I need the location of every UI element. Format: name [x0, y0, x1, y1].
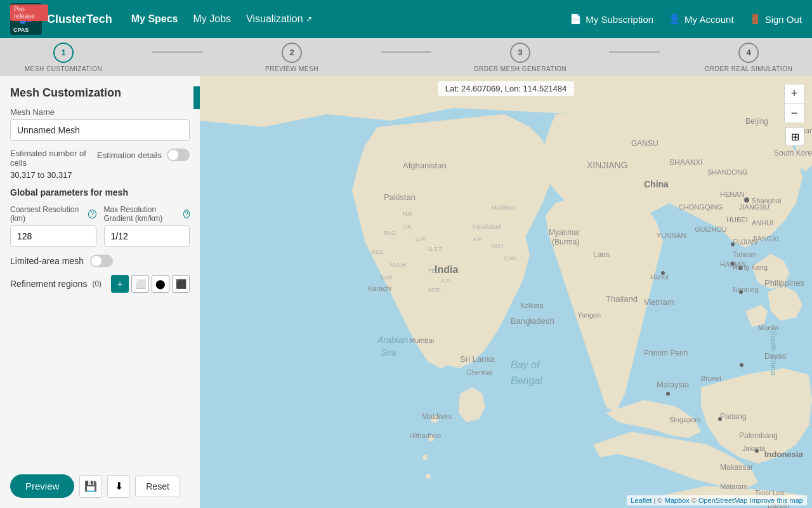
mapbox-link[interactable]: Mapbox [665, 497, 690, 504]
step-3: 3 ORDER MESH GENERATION [431, 43, 609, 72]
step-2: 2 PREVIEW MESH [203, 43, 381, 72]
reset-button[interactable]: Reset [135, 476, 180, 497]
svg-text:A.P.: A.P. [441, 277, 451, 284]
download-icon-button[interactable]: ⬇ [107, 475, 130, 498]
estimation-right: Estimation details [97, 149, 190, 161]
svg-point-60 [661, 271, 665, 275]
svg-text:Mashhad: Mashhad [492, 204, 515, 211]
limited-area-toggle[interactable] [90, 255, 113, 267]
save-icon-button[interactable]: 💾 [79, 475, 102, 498]
refinement-rect-button[interactable]: ⬜ [131, 275, 149, 293]
mesh-name-label: Mesh Name [10, 107, 190, 117]
step-circle-4: 4 [738, 43, 759, 63]
leaflet-link[interactable]: Leaflet [631, 497, 652, 504]
svg-text:J.K.: J.K. [403, 224, 413, 230]
logo-text: ClusterTech [47, 13, 112, 26]
openstreetmap-link[interactable]: OpenStreetMap [698, 497, 748, 504]
svg-text:KAR.: KAR. [381, 274, 394, 281]
map-layers-button[interactable]: ⊞ [785, 127, 804, 146]
my-account-link[interactable]: 👤 My Account [669, 13, 734, 25]
svg-text:Phnom Penh: Phnom Penh [644, 349, 688, 358]
svg-text:Manila: Manila [758, 324, 779, 331]
sign-out-link[interactable]: 🚪 Sign Out [749, 13, 802, 25]
svg-text:Shanghai: Shanghai [752, 197, 782, 204]
svg-text:Palembang: Palembang [739, 431, 778, 440]
my-subscription-link[interactable]: 📄 My Subscription [570, 13, 653, 25]
nav-visualization[interactable]: Visualization ↗ [246, 13, 312, 25]
refinement-hexagon-button[interactable]: ⬛ [172, 275, 190, 293]
nav-my-specs[interactable]: My Specs [131, 13, 178, 25]
mesh-name-input[interactable] [10, 119, 190, 141]
step-circle-1: 1 [53, 43, 74, 63]
sidebar-toggle-button[interactable]: ‹ [193, 86, 200, 109]
svg-text:Myanmar: Myanmar [549, 228, 580, 237]
svg-text:Hong Kong: Hong Kong [733, 264, 768, 271]
refinement-circle-button[interactable]: ⬤ [152, 275, 169, 293]
svg-text:Afghanistan: Afghanistan [403, 161, 447, 170]
coarsest-help-icon[interactable]: ? [88, 210, 96, 218]
mesh-name-group: Mesh Name [10, 107, 190, 141]
svg-text:OD.I.: OD.I. [492, 243, 505, 249]
svg-text:Hanoi: Hanoi [650, 273, 669, 281]
coarsest-input[interactable] [10, 225, 96, 247]
step-circle-3: 3 [510, 43, 530, 63]
step-label-4: ORDER REAL SIMULATION [705, 65, 792, 72]
svg-text:South China: South China [769, 330, 778, 376]
improve-map-link[interactable]: Improve this map [750, 497, 803, 504]
sidebar: ‹ Mesh Customization Mesh Name Estimated… [0, 76, 200, 508]
svg-text:Makassar: Makassar [720, 463, 753, 472]
svg-text:Singapore: Singapore [669, 416, 701, 424]
zoom-in-button[interactable]: + [785, 84, 804, 104]
map-area[interactable]: Lat: 24.607069, Lon: 114.521484 + − ⊞ [200, 76, 812, 508]
max-res-help-icon[interactable]: ? [183, 210, 190, 218]
nav-my-jobs[interactable]: My Jobs [193, 13, 232, 25]
svg-text:TEL.: TEL. [428, 268, 440, 274]
svg-text:HUBEI: HUBEI [726, 216, 748, 224]
download-icon: ⬇ [115, 480, 123, 492]
svg-point-69 [718, 417, 722, 421]
step-4: 4 ORDER REAL SIMULATION [660, 43, 812, 72]
svg-text:U.P.: U.P. [416, 236, 426, 243]
svg-text:Bay of: Bay of [511, 359, 540, 370]
params-row: Coarsest Resolution (km) ? Max Resolutio… [10, 205, 190, 247]
svg-text:Sea: Sea [381, 347, 396, 358]
svg-text:Thailand: Thailand [606, 294, 638, 304]
svg-text:Arabian: Arabian [377, 335, 408, 345]
svg-text:SHANDONG: SHANDONG [707, 168, 748, 176]
svg-text:Hithadhoo: Hithadhoo [409, 432, 441, 439]
svg-text:YUNNAN: YUNNAN [657, 232, 686, 239]
header: CPAS Pre-release ClusterTech My Specs My… [0, 0, 812, 38]
layers-icon: ⊞ [791, 131, 799, 143]
sidebar-title: Mesh Customization [10, 86, 190, 100]
estimation-toggle[interactable] [167, 149, 190, 161]
save-icon: 💾 [84, 480, 97, 492]
svg-text:A.P.: A.P. [473, 236, 483, 243]
svg-point-10 [422, 455, 428, 460]
svg-point-65 [731, 243, 735, 246]
svg-text:H.P.: H.P. [403, 211, 413, 217]
map-svg: XINJIANG GANSU SHAANXI SHANDONG China HE… [200, 76, 812, 508]
coarsest-label: Coarsest Resolution (km) ? [10, 205, 96, 223]
max-res-input[interactable] [104, 225, 190, 247]
svg-text:U.T.T.: U.T.T. [428, 246, 443, 252]
svg-text:South Korea: South Korea [774, 149, 812, 157]
zoom-out-button[interactable]: − [785, 104, 804, 123]
svg-text:Faisalabad: Faisalabad [473, 224, 501, 230]
step-circle-2: 2 [282, 43, 302, 63]
svg-point-11 [426, 474, 431, 479]
svg-text:Bengal: Bengal [511, 375, 542, 386]
refinement-add-button[interactable]: + [111, 275, 129, 293]
main-content: ‹ Mesh Customization Mesh Name Estimated… [0, 76, 812, 508]
logo-area: CPAS Pre-release ClusterTech [10, 3, 112, 35]
refinement-controls: + ⬜ ⬤ ⬛ [111, 275, 190, 293]
svg-text:CHH.: CHH. [504, 255, 518, 262]
estimation-label: Estimated number of cells [10, 149, 87, 168]
map-coordinates: Lat: 24.607069, Lon: 114.521484 [438, 81, 575, 96]
preview-button[interactable]: Preview [10, 474, 74, 498]
step-label-1: MESH CUSTOMIZATION [25, 65, 103, 72]
svg-text:Karachi: Karachi [368, 284, 391, 292]
svg-text:Bangladesh: Bangladesh [511, 316, 554, 326]
step-label-3: ORDER MESH GENERATION [474, 65, 566, 72]
limited-area-toggle-knob [91, 256, 102, 266]
estimation-count: 30,317 to 30,317 [10, 170, 87, 180]
